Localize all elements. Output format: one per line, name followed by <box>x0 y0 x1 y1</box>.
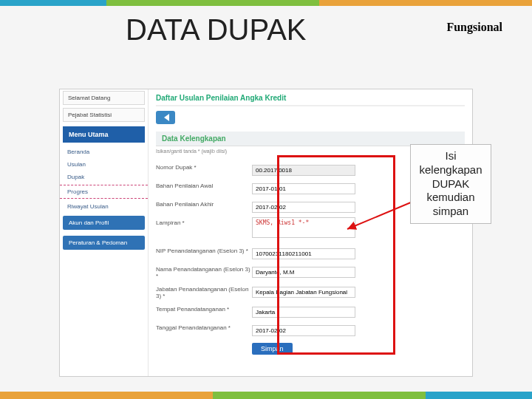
callout-line-3: DUPAK <box>418 177 483 191</box>
save-button[interactable]: Simpan <box>252 343 293 355</box>
sidebar-item-beranda[interactable]: Beranda <box>60 146 148 158</box>
sidebar-item-dupak[interactable]: Dupak <box>60 171 148 183</box>
callout-line-2: kelengkapan <box>418 163 483 177</box>
label-tempat: Tempat Penandatanganan * <box>156 304 252 313</box>
input-nip[interactable] <box>252 248 355 259</box>
sidebar-menu-header: Menu Utama <box>63 126 145 143</box>
app-window: Selamat Datang Pejabat Statistisi Menu U… <box>59 89 473 377</box>
input-awal[interactable] <box>252 183 355 194</box>
main-panel: Daftar Usulan Penilaian Angka Kredit Dat… <box>149 89 472 376</box>
row-tempat: Tempat Penandatanganan * <box>156 304 465 318</box>
breadcrumb: Daftar Usulan Penilaian Angka Kredit <box>156 94 465 106</box>
input-tanggal[interactable] <box>252 325 355 336</box>
bstripe-1 <box>0 392 213 399</box>
label-nip: NIP Penandatanganan (Eselon 3) * <box>156 245 252 254</box>
label-awal: Bahan Penilaian Awal <box>156 180 252 189</box>
stripe-1 <box>0 0 106 6</box>
sidebar-block-pedoman[interactable]: Peraturan & Pedoman <box>63 236 145 250</box>
input-jabatan[interactable] <box>252 287 355 298</box>
callout-line-4: kemudian <box>418 191 483 205</box>
callout-box: Isi kelengkapan DUPAK kemudian simpan <box>410 144 491 224</box>
label-tanggal: Tanggal Penandatanganan * <box>156 322 252 331</box>
row-tanggal: Tanggal Penandatanganan * <box>156 322 465 336</box>
sidebar-block-akun[interactable]: Akun dan Profil <box>63 216 145 230</box>
row-nama: Nama Penandatanganan (Eselon 3) * <box>156 264 465 279</box>
sidebar-item-riwayat[interactable]: Riwayat Usulan <box>60 200 148 213</box>
row-nip: NIP Penandatanganan (Eselon 3) * <box>156 245 465 259</box>
input-lampiran[interactable]: SKMS, Riws1 *-* <box>252 217 355 238</box>
sidebar: Selamat Datang Pejabat Statistisi Menu U… <box>60 89 149 376</box>
input-nama[interactable] <box>252 267 355 278</box>
input-tempat[interactable] <box>252 307 355 318</box>
sidebar-item-progres[interactable]: Progres <box>60 185 148 199</box>
top-stripe <box>0 0 532 6</box>
label-nomor: Nomor Dupak * <box>156 162 252 171</box>
label-nama: Nama Penandatanganan (Eselon 3) * <box>156 264 252 279</box>
label-jabatan: Jabatan Penandatanganan (Eselon 3) * <box>156 284 252 299</box>
sidebar-item-usulan[interactable]: Usulan <box>60 158 148 171</box>
stripe-3 <box>319 0 532 6</box>
slide-tag: Fungsional <box>446 21 502 34</box>
bstripe-2 <box>213 392 426 399</box>
label-akhir: Bahan Penilaian Akhir <box>156 199 252 208</box>
bstripe-3 <box>426 392 532 399</box>
slide-header: DATA DUPAK Fungsional <box>0 6 532 47</box>
callout-line-5: simpan <box>418 205 483 219</box>
input-nomor[interactable] <box>252 165 355 176</box>
back-button[interactable] <box>156 111 175 124</box>
page-title: DATA DUPAK <box>126 13 307 47</box>
input-akhir[interactable] <box>252 202 355 213</box>
row-save: Simpan <box>156 341 465 355</box>
row-jabatan: Jabatan Penandatanganan (Eselon 3) * <box>156 284 465 299</box>
sidebar-welcome[interactable]: Selamat Datang <box>63 91 145 105</box>
stripe-2 <box>106 0 319 6</box>
label-lampiran: Lampiran * <box>156 217 252 226</box>
sidebar-role[interactable]: Pejabat Statistisi <box>63 108 145 122</box>
callout-line-1: Isi <box>418 149 483 163</box>
bottom-stripe <box>0 392 532 399</box>
